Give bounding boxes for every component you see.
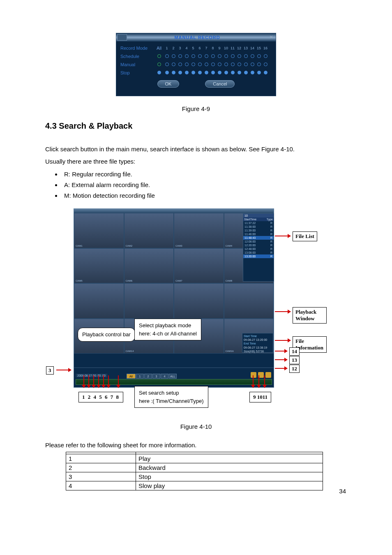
arrow-icon xyxy=(253,375,254,388)
channel-header: 12345678910111213141516 xyxy=(164,46,272,50)
file-list-row[interactable]: 12:20:00R xyxy=(243,243,274,247)
record-mode-label: Record Mode xyxy=(120,46,154,51)
app-logo-icon xyxy=(117,34,127,41)
camera-cell[interactable]: CAM6 xyxy=(124,248,174,284)
close-icon[interactable]: × xyxy=(267,34,275,41)
paragraph-2: Usually there are three file types: xyxy=(45,156,347,167)
stop-label: Stop xyxy=(120,70,154,75)
figure-4-10-caption: Figure 4-10 xyxy=(45,423,347,430)
timeline-bar[interactable] xyxy=(76,379,272,385)
arrow-icon xyxy=(118,375,119,388)
page-number: 34 xyxy=(339,488,346,495)
file-list-row[interactable]: 11:48:43R xyxy=(243,236,274,240)
callout-13: 13 xyxy=(289,356,300,364)
arrow-icon xyxy=(258,375,259,388)
ok-button[interactable]: OK xyxy=(157,80,180,88)
arrow-icon xyxy=(275,351,287,352)
schedule-label: Schedule xyxy=(120,54,154,59)
arrow-icon xyxy=(93,375,94,388)
file-list-row[interactable]: 11:39:00R xyxy=(243,229,274,232)
file-count-badge: 10 xyxy=(243,214,274,217)
callout-nums-9-10-11: 9 1011 xyxy=(249,392,271,402)
callout-14: 14 xyxy=(289,347,300,356)
file-list-header: StartTime Type xyxy=(243,217,274,221)
camera-cell[interactable]: CAM2 xyxy=(124,213,174,248)
layout-all-icon[interactable]: All xyxy=(127,374,136,379)
channel-chip[interactable]: 4 xyxy=(161,374,168,379)
camera-cell[interactable]: CAM7 xyxy=(174,248,224,284)
playback-toolbar-icons[interactable] xyxy=(251,372,271,378)
arrow-icon xyxy=(56,370,71,370)
bullet-a: A: External alarm recording file. xyxy=(62,180,347,190)
sheet-note: Please refer to the following sheet for … xyxy=(45,442,347,449)
manual-record-titlebar: MANUAL RECORD × xyxy=(116,33,276,42)
callout-12: 12 xyxy=(289,365,300,373)
schedule-channel-radios[interactable] xyxy=(164,54,272,59)
playback-titlebar xyxy=(74,209,274,213)
file-list-row[interactable]: 11:38:00R xyxy=(243,225,274,229)
file-list-row[interactable]: 12:48:00R xyxy=(243,247,274,251)
table-row: 2Backward xyxy=(66,463,323,472)
search-date-field[interactable]: 2009-08-27 00: 00: 00 xyxy=(76,374,107,377)
channel-chip[interactable]: 3 xyxy=(152,374,160,379)
channel-chip[interactable]: 2 xyxy=(144,374,152,379)
camera-cell[interactable]: CAM1 xyxy=(74,213,124,248)
figure-4-10: CAM1 CAM2 CAM3 CAM4 CAM5 CAM6 CAM7 CAM8 … xyxy=(65,208,327,414)
file-list-row[interactable]: 13:20:00R xyxy=(243,254,274,258)
set-search-callout: Set search setup here :( Time/Channel/Ty… xyxy=(134,386,208,408)
file-info-panel: Start Time 09-08-27 13:20:00 End Time 09… xyxy=(242,333,273,353)
section-heading: 4.3 Search & Playback xyxy=(45,121,347,131)
paragraph-1: Click search button in the main menu, se… xyxy=(45,144,347,155)
channel-chip[interactable]: 1 xyxy=(136,374,144,379)
arrow-icon xyxy=(275,340,291,341)
file-list-label: File List xyxy=(293,231,317,241)
file-list-panel[interactable]: 10 StartTime Type 11:37:22R11:38:00R11:3… xyxy=(243,213,274,282)
manual-label: Manual xyxy=(120,62,154,67)
arrow-icon xyxy=(275,359,287,360)
playback-controls-area: Start Time 09-08-27 13:20:00 End Time 09… xyxy=(74,354,274,368)
arrow-icon xyxy=(103,375,104,388)
tool-icon[interactable] xyxy=(265,372,271,378)
file-list-row[interactable]: 13:08:00R xyxy=(243,251,274,254)
callout-3: 3 xyxy=(46,366,54,375)
camera-cell[interactable] xyxy=(124,283,174,319)
figure-4-9-caption: Figure 4-9 xyxy=(45,105,347,112)
camera-cell[interactable]: CAM5 xyxy=(74,248,124,284)
playback-control-callout: Playback control bar xyxy=(78,328,135,342)
file-list-row[interactable]: 12:08:00R xyxy=(243,240,274,243)
stop-all-radio[interactable] xyxy=(154,71,164,75)
cancel-button[interactable]: Cancel xyxy=(205,80,235,88)
stop-channel-radios[interactable] xyxy=(164,71,272,75)
file-list-row[interactable]: 11:37:22R xyxy=(243,221,274,225)
select-mode-callout: Select playback mode here: 4-ch or All-c… xyxy=(134,319,201,340)
channel-mode-selector[interactable]: All 1 2 3 4 ALL xyxy=(127,374,177,379)
manual-all-radio[interactable] xyxy=(154,62,164,67)
arrow-icon xyxy=(275,311,291,312)
channel-chip-all[interactable]: ALL xyxy=(169,374,177,379)
arrow-icon xyxy=(83,375,84,388)
manual-channel-radios[interactable] xyxy=(164,62,272,67)
camera-cell[interactable]: CAM3 xyxy=(174,213,224,248)
dialog-title: MANUAL RECORD xyxy=(127,35,267,40)
schedule-all-radio[interactable] xyxy=(154,54,164,59)
bullet-r: R: Regular recording file. xyxy=(62,169,347,180)
camera-cell[interactable] xyxy=(174,283,224,319)
arrow-icon xyxy=(98,375,99,388)
playback-window-label: Playback Window xyxy=(293,307,327,324)
tool-icon[interactable] xyxy=(251,372,256,378)
callout-nums-12456-7-8: 1 2 4 5 6 7 8 xyxy=(78,392,123,402)
manual-record-dialog: MANUAL RECORD × Record Mode All 12345678… xyxy=(116,33,276,96)
camera-cell[interactable] xyxy=(224,283,274,319)
all-column-label: All xyxy=(154,46,164,51)
table-row: 4Slow play xyxy=(66,481,323,490)
arrow-icon xyxy=(264,375,265,388)
arrow-icon xyxy=(275,236,291,236)
table-row: 1Play xyxy=(66,454,323,463)
arrow-icon xyxy=(108,375,109,388)
file-types-bullets: R: Regular recording file. A: External a… xyxy=(62,169,347,201)
bullet-m: M: Motion detection recording file xyxy=(62,190,347,201)
file-list-row[interactable]: 11:46:00R xyxy=(243,232,274,236)
camera-cell[interactable] xyxy=(74,283,124,319)
arrow-icon xyxy=(275,368,287,369)
arrow-icon xyxy=(88,375,89,388)
